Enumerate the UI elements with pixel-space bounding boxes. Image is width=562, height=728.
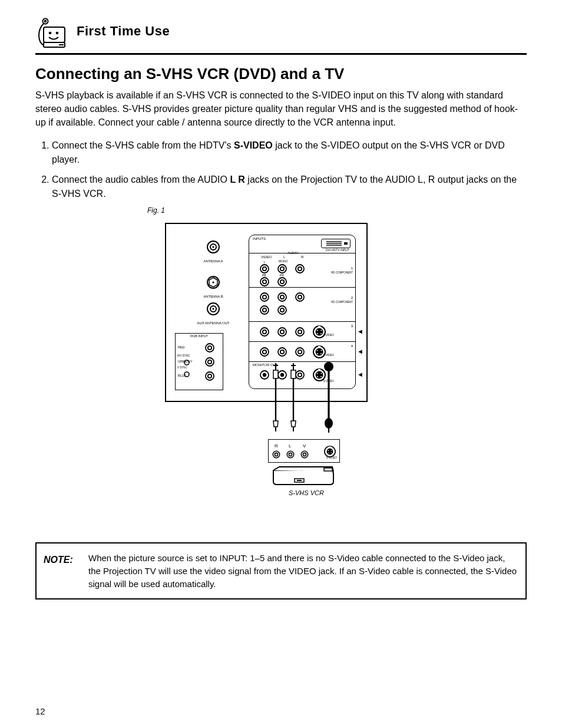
steps-list: Connect the S-VHS cable from the HDTV's … xyxy=(35,139,527,207)
svg-point-31 xyxy=(280,267,284,271)
svg-point-75 xyxy=(263,373,266,377)
antenna-b-label: ANTENNA B xyxy=(181,295,246,298)
svg-point-60 xyxy=(320,333,322,334)
svg-point-58 xyxy=(321,330,322,331)
svg-point-106 xyxy=(331,450,332,451)
in1-pb xyxy=(260,277,269,286)
svg-point-66 xyxy=(298,350,302,354)
svg-point-96 xyxy=(273,451,279,457)
svg-point-81 xyxy=(316,371,323,379)
svg-point-3 xyxy=(49,32,52,35)
svg-point-42 xyxy=(296,293,304,301)
rgb-vsync-jack xyxy=(184,371,190,377)
arrow-in3: ◄ xyxy=(357,328,363,335)
svg-point-16 xyxy=(206,344,214,352)
svg-point-22 xyxy=(184,360,189,365)
svg-point-70 xyxy=(317,350,318,351)
svg-point-94 xyxy=(325,418,333,429)
svg-point-98 xyxy=(287,451,293,457)
vcr-device-label: S-VHS VCR xyxy=(289,489,324,496)
svg-point-61 xyxy=(260,348,269,356)
vcr-output-panel: R L V S-VIDEO xyxy=(268,439,340,463)
svg-point-23 xyxy=(184,372,189,377)
svg-point-79 xyxy=(298,373,302,377)
svg-point-30 xyxy=(278,265,286,273)
svg-point-38 xyxy=(260,293,269,301)
aux-out-label: AUX ANTENNA OUT xyxy=(181,321,246,325)
svg-point-39 xyxy=(263,295,266,299)
svg-point-57 xyxy=(317,330,318,331)
rgb-green-jack xyxy=(205,357,214,367)
svg-point-29 xyxy=(263,267,266,271)
svg-point-64 xyxy=(280,350,284,354)
svg-marker-91 xyxy=(291,421,296,427)
svg-point-36 xyxy=(278,278,286,286)
svg-point-37 xyxy=(280,280,284,284)
in1-r xyxy=(295,264,305,274)
note-label: NOTE: xyxy=(44,553,73,566)
rgb-hsync-jack xyxy=(184,360,190,365)
svg-point-28 xyxy=(260,265,269,273)
dvi-connector xyxy=(321,239,351,248)
out-video xyxy=(260,370,269,380)
input-row-4: 4 S-VIDEO ◄ xyxy=(249,341,355,362)
tv-back-panel: ANTENNA A ANTENNA B AUX ANTENNA OUT RGB … xyxy=(165,223,368,402)
arrow-in4: ◄ xyxy=(357,348,363,355)
svg-point-9 xyxy=(212,246,214,248)
intro-paragraph: S-VHS playback is available if an S-VHS … xyxy=(35,88,527,130)
svg-point-83 xyxy=(317,373,318,374)
header-rule xyxy=(35,53,527,55)
svg-point-107 xyxy=(328,452,329,453)
svg-point-40 xyxy=(278,293,286,301)
svg-point-59 xyxy=(317,333,318,334)
svg-point-43 xyxy=(298,295,302,299)
arrow-out: ◄ xyxy=(357,371,363,378)
in1-y xyxy=(260,264,269,274)
input-row-1: 1 HD COMPONENT Y PB PR xyxy=(249,253,355,288)
svg-point-45 xyxy=(263,308,266,312)
svg-point-50 xyxy=(278,328,286,336)
antenna-a-label: ANTENNA A xyxy=(181,259,246,263)
svg-point-17 xyxy=(208,346,211,350)
svg-point-84 xyxy=(321,373,322,374)
svg-point-85 xyxy=(317,376,318,377)
svg-point-47 xyxy=(280,308,284,312)
svg-point-44 xyxy=(260,306,269,314)
svg-point-49 xyxy=(263,330,266,334)
svg-point-52 xyxy=(296,328,304,336)
antenna-b-jack xyxy=(207,276,220,289)
rgb-blue-jack xyxy=(205,371,214,381)
svg-point-46 xyxy=(278,306,286,314)
svg-point-62 xyxy=(263,350,266,354)
svg-point-71 xyxy=(321,350,322,351)
step-2: Connect the audio cables from the AUDIO … xyxy=(52,173,527,201)
in1-l xyxy=(277,264,287,274)
svg-point-12 xyxy=(212,282,214,284)
out-r xyxy=(295,370,305,380)
rgb-input-block: RGB INPUT RED GREEN/Y BLUE H/V SYNC V SY… xyxy=(175,333,223,390)
svg-rect-69 xyxy=(318,346,320,348)
svg-point-41 xyxy=(280,295,284,299)
svg-point-21 xyxy=(208,374,211,378)
svg-rect-104 xyxy=(329,446,331,448)
svg-point-55 xyxy=(316,328,323,336)
svg-point-103 xyxy=(327,449,333,455)
svg-point-18 xyxy=(206,358,214,366)
svg-point-68 xyxy=(316,348,323,356)
svg-rect-27 xyxy=(344,242,348,245)
svg-point-73 xyxy=(320,353,322,354)
svg-point-51 xyxy=(280,330,284,334)
antenna-group: ANTENNA A ANTENNA B AUX ANTENNA OUT xyxy=(181,235,246,325)
svg-rect-0 xyxy=(44,27,65,42)
svg-point-33 xyxy=(298,267,302,271)
svg-point-34 xyxy=(260,278,269,286)
step-1: Connect the S-VHS cable from the HDTV's … xyxy=(52,139,527,167)
input-row-3: 3 S-VIDEO ◄ xyxy=(249,321,355,342)
svg-point-32 xyxy=(296,265,304,273)
svg-point-53 xyxy=(298,330,302,334)
svg-point-63 xyxy=(278,348,286,356)
svg-point-77 xyxy=(280,373,284,377)
in1-pr xyxy=(277,277,287,286)
svg-rect-111 xyxy=(297,480,302,481)
page-title: Connecting an S-VHS VCR (DVD) and a TV xyxy=(35,65,344,83)
